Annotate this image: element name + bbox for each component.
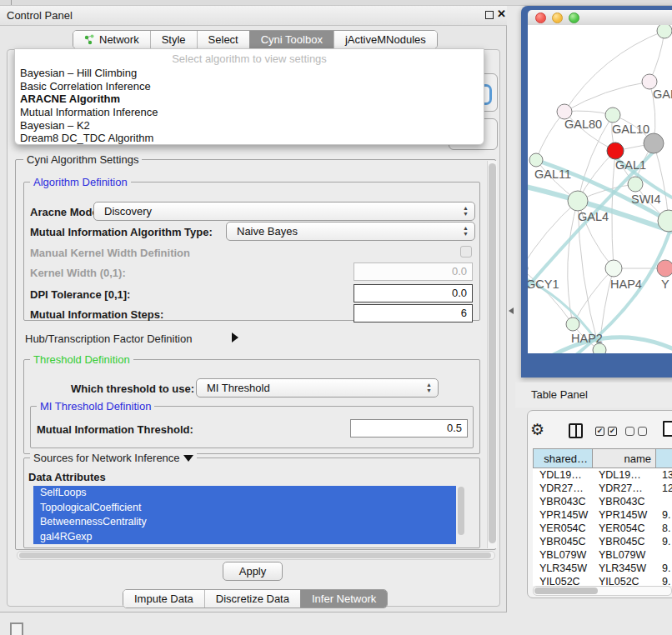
column-header-name[interactable]: name (592, 449, 655, 468)
tab-cyni-toolbox[interactable]: Cyni Toolbox (249, 31, 333, 48)
deselect-checkbox-icon[interactable] (625, 427, 634, 436)
aracne-mode-value: Discovery (104, 205, 152, 218)
kernel-width-field[interactable]: 0.0 (354, 262, 473, 281)
dpi-tolerance-field[interactable]: 0.0 (354, 284, 473, 302)
network-node-label: HAP4 (610, 278, 642, 291)
attribute-item-selected[interactable]: SelfLoops (33, 486, 456, 501)
network-edge[interactable] (649, 31, 664, 82)
network-edge[interactable] (573, 268, 614, 324)
dropdown-item-selected[interactable]: ARACNE Algorithm (15, 92, 484, 106)
network-node[interactable] (644, 133, 664, 153)
mi-threshold-definition-title: MI Threshold Definition (37, 400, 154, 412)
sources-group-title[interactable]: Sources for Network Inference (30, 452, 197, 464)
attributes-scrollbar-thumb[interactable] (458, 487, 464, 535)
attribute-item-selected[interactable]: BetweennessCentrality (33, 515, 456, 530)
tab-style[interactable]: Style (150, 31, 197, 48)
network-node-label: GAL (653, 88, 672, 101)
network-node-label: HAP2 (571, 332, 603, 345)
dropdown-item[interactable]: Basic Correlation Inference (15, 80, 484, 93)
table-cell: 9. (655, 535, 672, 548)
network-node[interactable] (566, 318, 579, 331)
tab-select[interactable]: Select (197, 31, 249, 48)
node-table-header: shared…nameA (533, 448, 672, 468)
panel-collapse-arrow-icon[interactable] (509, 308, 514, 314)
which-threshold-combo[interactable]: MI Threshold ▲▼ (196, 378, 439, 398)
network-node[interactable] (568, 191, 588, 211)
network-canvas[interactable]: GALGAL80GAL10GAL1GAL11SWI4GAL4GCY1HAP4YH… (528, 25, 672, 353)
network-node-label: GAL80 (564, 118, 602, 131)
zoom-traffic-light[interactable] (569, 12, 579, 23)
network-node[interactable] (607, 142, 624, 159)
column-header-shared…[interactable]: shared… (533, 449, 592, 468)
control-panel-titlebar[interactable] (0, 6, 507, 26)
split-view-icon[interactable] (569, 423, 583, 438)
network-node-label: GAL1 (615, 158, 646, 172)
table-row[interactable]: YBL079WYBL079W (533, 548, 672, 562)
restore-panel-icon[interactable] (10, 622, 23, 635)
close-traffic-light[interactable] (535, 12, 546, 23)
expand-arrow-icon[interactable] (232, 332, 238, 342)
table-row[interactable]: YIL052CYIL052C9. (533, 575, 672, 586)
dropdown-item[interactable]: Bayesian – Hill Climbing (15, 67, 484, 80)
network-node[interactable] (628, 177, 643, 192)
network-node[interactable] (657, 260, 672, 277)
table-row[interactable]: YLR345WYLR345W9. (533, 562, 672, 575)
aracne-mode-combo[interactable]: Discovery ▲▼ (93, 202, 475, 221)
network-node[interactable] (605, 108, 620, 122)
table-row[interactable]: YDL19…YDL19…13 (533, 468, 672, 482)
attribute-item-selected[interactable]: gal4RGexp (33, 530, 456, 545)
hub-definition-label[interactable]: Hub/Transcription Factor Definition (25, 332, 192, 345)
mi-threshold-field[interactable]: 0.5 (350, 419, 468, 438)
manual-kernel-checkbox[interactable] (460, 246, 472, 258)
float-window-icon[interactable] (485, 11, 494, 19)
mi-type-value: Naive Bayes (237, 225, 298, 238)
table-cell: YBR043C (592, 495, 655, 508)
dropdown-item[interactable]: Bayesian – K2 (15, 119, 484, 132)
minimize-traffic-light[interactable] (552, 12, 563, 23)
network-node[interactable] (657, 25, 672, 38)
network-edge[interactable] (564, 82, 649, 112)
document-icon[interactable] (663, 421, 672, 437)
dropdown-item[interactable]: Dream8 DC_TDC Algorithm (15, 132, 484, 145)
table-row[interactable]: YPR145WYPR145W9. (533, 508, 672, 522)
top-strip (0, 0, 672, 6)
settings-horizontal-scrollbar-thumb[interactable] (19, 552, 491, 558)
mi-threshold-label: Mutual Information Threshold: (37, 423, 193, 436)
select-all-checkbox-icon[interactable]: ✔ (608, 427, 617, 436)
tab-network[interactable]: Network (73, 31, 150, 48)
mi-steps-field[interactable]: 6 (354, 304, 473, 322)
table-cell: YBR043C (533, 495, 592, 508)
network-node[interactable] (605, 260, 622, 277)
mi-type-combo[interactable]: Naive Bayes ▲▼ (226, 222, 475, 241)
table-row[interactable]: YER054CYER054C8. (533, 522, 672, 535)
select-all-checkbox-icon[interactable]: ✔ (595, 427, 604, 436)
apply-button[interactable]: Apply (223, 562, 283, 581)
threshold-definition-title: Threshold Definition (30, 353, 133, 366)
table-cell (655, 495, 672, 508)
settings-vertical-scrollbar-thumb[interactable] (489, 163, 496, 543)
attribute-item-selected[interactable]: TopologicalCoefficient (33, 501, 456, 516)
table-cell: YDL19… (592, 468, 655, 482)
network-edge[interactable] (536, 112, 564, 160)
close-icon[interactable]: ✕ (497, 8, 506, 20)
tab-discretize-data[interactable]: Discretize Data (204, 590, 300, 608)
table-horizontal-scrollbar-thumb[interactable] (534, 588, 598, 594)
deselect-checkbox-icon[interactable] (638, 427, 647, 436)
network-node-label: GAL4 (578, 210, 609, 223)
tab-jactivemnodules[interactable]: jActiveMNodules (333, 31, 437, 48)
network-edge[interactable] (568, 201, 578, 324)
table-panel-titlebar: Table Panel (515, 382, 672, 408)
table-row[interactable]: YDR27…YDR27…12 (533, 482, 672, 495)
network-flow-edge[interactable] (544, 338, 672, 353)
network-window-titlebar[interactable] (528, 10, 672, 25)
table-row[interactable]: YBR043CYBR043C (533, 495, 672, 508)
table-row[interactable]: YBR045CYBR045C9. (533, 535, 672, 548)
tab-impute-data[interactable]: Impute Data (123, 590, 204, 608)
tab-infer-network[interactable]: Infer Network (300, 590, 387, 608)
gear-icon[interactable]: ⚙ (530, 420, 544, 439)
network-node[interactable] (529, 153, 543, 167)
column-header-A[interactable]: A (655, 449, 672, 468)
network-edge[interactable] (564, 31, 664, 112)
dropdown-item[interactable]: Mutual Information Inference (15, 106, 484, 119)
manual-kernel-label: Manual Kernel Width Definition (30, 247, 190, 259)
